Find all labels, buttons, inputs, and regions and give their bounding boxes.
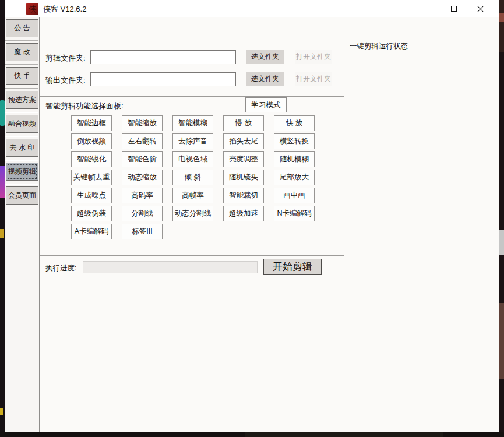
function-button[interactable]: 动态缩放 (122, 170, 163, 185)
open-edit-folder-button: 打开文件夹 (295, 50, 332, 64)
function-button[interactable]: 画中画 (274, 188, 315, 203)
app-logo-icon: 侠 (26, 3, 38, 15)
function-button[interactable]: 电视色域 (172, 151, 213, 167)
function-grid-row: 关键帧去重动态缩放倾 斜随机镜头尾部放大 (71, 170, 315, 185)
open-output-folder-button: 打开文件夹 (295, 72, 332, 86)
function-grid-row: 生成噪点高码率高帧率智能裁切画中画 (71, 188, 315, 203)
learn-mode-button[interactable]: 学习模式 (245, 97, 287, 112)
output-folder-input[interactable] (90, 72, 236, 86)
section-divider-progress-top (40, 255, 344, 256)
function-button[interactable]: 智能色阶 (122, 151, 163, 167)
main-status-divider (344, 35, 344, 297)
function-grid-row: 超级伪装分割线动态分割线超级加速N卡编解码 (71, 206, 315, 221)
function-button[interactable]: 超级伪装 (71, 206, 112, 221)
close-button[interactable] (467, 0, 494, 17)
app-window: 侠 侠客 V12.6.2 公 告魔 改快 手预选方案融合视频去 水 印视频剪辑会… (5, 0, 499, 432)
desktop-left-strip (0, 0, 5, 437)
sidebar-item-5[interactable]: 融合视频 (6, 115, 38, 133)
function-button[interactable]: 超级加速 (223, 206, 264, 221)
function-button[interactable]: 横竖转换 (274, 133, 315, 149)
run-status-text: 一键剪辑运行状态 (350, 41, 408, 51)
sidebar-item-1[interactable]: 公 告 (6, 19, 38, 37)
desktop-left-icon-teal (0, 100, 5, 126)
function-button[interactable]: 尾部放大 (274, 170, 315, 185)
function-button[interactable]: 高帧率 (172, 188, 213, 203)
function-button[interactable]: 分割线 (122, 206, 163, 221)
function-button[interactable]: 随机镜头 (223, 170, 264, 185)
progress-label: 执行进度: (45, 263, 76, 273)
function-button[interactable]: 标签III (122, 224, 163, 239)
function-button[interactable]: 随机模糊 (274, 151, 315, 167)
function-button[interactable]: A卡编解码 (71, 224, 112, 239)
desktop-right-red (499, 13, 504, 22)
desktop-left-icon-purple (0, 166, 5, 198)
function-button[interactable]: 倒放视频 (71, 133, 112, 149)
sidebar-item-7[interactable]: 视频剪辑 (6, 163, 38, 181)
title-bar[interactable]: 侠 侠客 V12.6.2 (5, 0, 499, 17)
function-button[interactable]: 高码率 (122, 188, 163, 203)
section-divider-bottom (40, 279, 344, 279)
function-button[interactable]: 慢 放 (223, 115, 264, 131)
function-button[interactable]: 亮度调整 (223, 151, 264, 167)
function-grid-row: 智能锐化智能色阶电视色域亮度调整随机模糊 (71, 151, 315, 167)
sidebar-item-4[interactable]: 预选方案 (6, 91, 38, 109)
progress-bar (83, 261, 258, 273)
function-button[interactable]: 动态分割线 (172, 206, 213, 221)
sidebar-item-6[interactable]: 去 水 印 (6, 139, 38, 157)
desktop: 侠 侠客 V12.6.2 公 告魔 改快 手预选方案融合视频去 水 印视频剪辑会… (0, 0, 504, 437)
function-button[interactable]: 智能缩放 (122, 115, 163, 131)
sidebar-separator (5, 136, 38, 137)
function-button[interactable]: 生成噪点 (71, 188, 112, 203)
minimize-icon (425, 9, 431, 9)
function-grid-row: A卡编解码标签III (71, 224, 163, 239)
function-button[interactable]: 倾 斜 (172, 170, 213, 185)
choose-output-folder-button[interactable]: 选文件夹 (246, 72, 284, 86)
sidebar-item-3[interactable]: 快 手 (6, 67, 38, 85)
function-button[interactable]: N卡编解码 (274, 206, 315, 221)
sidebar-item-2[interactable]: 魔 改 (6, 43, 38, 61)
start-editing-button[interactable]: 开始剪辑 (263, 259, 322, 275)
desktop-right-top (499, 0, 504, 52)
function-button[interactable]: 智能裁切 (223, 188, 264, 203)
desktop-right-grey (499, 230, 504, 255)
function-button[interactable]: 左右翻转 (122, 133, 163, 149)
function-button[interactable]: 掐头去尾 (223, 133, 264, 149)
section-divider-top (40, 96, 344, 97)
desktop-bottom-var (245, 432, 443, 437)
function-grid-row: 倒放视频左右翻转去除声音掐头去尾横竖转换 (71, 133, 315, 149)
function-button[interactable]: 快 放 (274, 115, 315, 131)
sidebar: 公 告魔 改快 手预选方案融合视频去 水 印视频剪辑会员页面 (5, 17, 40, 432)
sidebar-separator (5, 184, 38, 185)
edit-folder-input[interactable] (90, 50, 236, 64)
desktop-left-icon-yellow (0, 229, 4, 238)
desktop-right-skin (499, 303, 504, 379)
function-grid-row: 智能边框智能缩放智能模糊慢 放快 放 (71, 115, 315, 131)
choose-edit-folder-button[interactable]: 选文件夹 (246, 50, 284, 64)
minimize-button[interactable] (415, 0, 441, 17)
function-button[interactable]: 智能边框 (71, 115, 112, 131)
window-title: 侠客 V12.6.2 (43, 4, 86, 15)
function-button[interactable]: 去除声音 (172, 133, 213, 149)
sidebar-separator (5, 64, 38, 65)
function-panel-title: 智能剪辑功能选择面板: (45, 101, 124, 111)
sidebar-item-8[interactable]: 会员页面 (6, 186, 38, 205)
sidebar-separator (5, 112, 38, 113)
desktop-left-icon-yellow2 (0, 408, 3, 415)
output-folder-label: 输出文件夹: (45, 75, 86, 86)
sidebar-separator (5, 40, 38, 41)
sidebar-separator (5, 160, 38, 161)
maximize-button[interactable] (441, 0, 467, 17)
function-button[interactable]: 智能锐化 (71, 151, 112, 167)
function-button[interactable]: 关键帧去重 (71, 170, 112, 185)
sidebar-separator (5, 88, 38, 89)
edit-folder-label: 剪辑文件夹: (45, 53, 86, 64)
function-button[interactable]: 智能模糊 (172, 115, 213, 131)
maximize-icon (451, 6, 457, 12)
